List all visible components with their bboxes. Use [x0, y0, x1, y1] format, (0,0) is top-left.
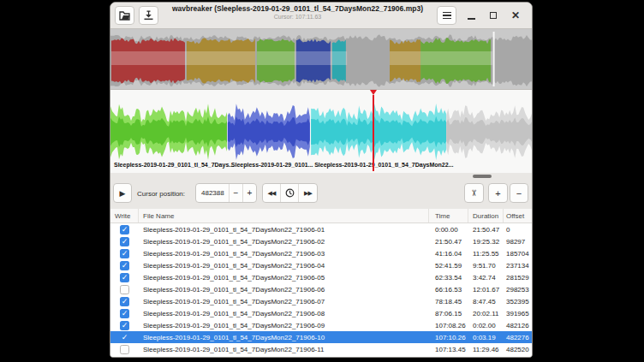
write-checkbox[interactable]: ✓ [120, 249, 129, 258]
cursor-position-value[interactable]: 482388 [196, 184, 229, 202]
minimize-icon [468, 18, 475, 20]
write-checkbox[interactable]: ✓ [120, 261, 129, 270]
check-icon: ✓ [122, 274, 128, 282]
screen-background: wavbreaker (Sleepless-2019-01-29_0101_tl… [0, 0, 644, 362]
check-icon: ✓ [122, 322, 128, 329]
track-label: Sleepless-2019-01-29_0101... [231, 162, 313, 168]
col-time[interactable]: Time [429, 209, 468, 223]
window-title: wavbreaker (Sleepless-2019-01-29_0101_tl… [162, 4, 433, 13]
close-icon: ✕ [511, 10, 520, 21]
table-row[interactable]: ✓Sleepless-2019-01-29_0101_tl_54_7DaysMo… [110, 319, 533, 331]
maximize-icon [490, 12, 497, 19]
hscrollbar[interactable] [110, 173, 533, 179]
seek-backward-button[interactable]: ◀◀ [263, 184, 281, 202]
jump-to-time-button[interactable] [281, 184, 299, 202]
table-row[interactable]: ✓Sleepless-2019-01-29_0101_tl_54_7DaysMo… [110, 235, 533, 247]
menu-button[interactable] [437, 6, 456, 25]
spin-increment-button[interactable]: + [242, 184, 256, 202]
time-cell: 62:33.54 [429, 274, 468, 282]
minus-icon: − [234, 188, 239, 198]
table-row[interactable]: ✓Sleepless-2019-01-29_0101_tl_54_7DaysMo… [110, 331, 533, 343]
table-row[interactable]: ✓Sleepless-2019-01-29_0101_tl_54_7DaysMo… [110, 259, 533, 271]
seek-button-group: ◀◀ ▶▶ [262, 183, 318, 203]
col-file-name[interactable]: File Name [139, 209, 429, 223]
table-row[interactable]: ✓Sleepless-2019-01-29_0101_tl_54_7DaysMo… [110, 295, 533, 307]
track-table: Write File Name Time Duration Offset ✓Sl… [110, 209, 533, 357]
close-button[interactable]: ✕ [506, 6, 525, 25]
duration-cell: 0:02.00 [468, 322, 504, 329]
col-duration[interactable]: Duration [468, 209, 504, 223]
track-labels: Sleepless-2019-01-29_0101_tl_54_7Days...… [110, 162, 533, 172]
check-icon: ✓ [122, 226, 128, 234]
offset-cell: 352395 [504, 298, 533, 306]
seek-forward-button[interactable]: ▶▶ [299, 184, 317, 202]
table-row[interactable]: ✓Sleepless-2019-01-29_0101_tl_54_7DaysMo… [110, 307, 533, 319]
write-checkbox[interactable] [120, 285, 129, 294]
overview-segment-highlight [420, 51, 492, 65]
remove-icon: − [516, 188, 522, 199]
time-cell: 0:00.00 [429, 226, 468, 234]
duration-cell: 8:47.45 [468, 298, 504, 306]
open-file-button[interactable] [115, 6, 134, 25]
table-body: ✓Sleepless-2019-01-29_0101_tl_54_7DaysMo… [110, 223, 533, 357]
window-cursor-status: Cursor: 107:11.63 [162, 14, 433, 20]
table-row[interactable]: ✓Sleepless-2019-01-29_0101_tl_54_7DaysMo… [110, 223, 533, 235]
seek-backward-icon: ◀◀ [268, 190, 276, 197]
check-icon: ✓ [122, 310, 128, 317]
duration-cell: 11:29.46 [468, 346, 504, 353]
cursor-position-spinbutton[interactable]: 482388 − + [195, 183, 257, 203]
waveform-detail[interactable]: Sleepless-2019-01-29_0101_tl_54_7Days...… [110, 89, 533, 173]
write-checkbox[interactable]: ✓ [120, 333, 129, 342]
file-name-cell: Sleepless-2019-01-29_0101_tl_54_7DaysMon… [139, 226, 429, 234]
offset-cell: 298253 [504, 286, 533, 294]
col-write[interactable]: Write [110, 209, 139, 223]
duration-cell: 12:01.67 [468, 286, 504, 294]
add-track-break-button[interactable]: + [488, 183, 508, 203]
check-icon: ✓ [122, 262, 128, 270]
hscrollbar-thumb[interactable] [473, 175, 492, 178]
toolbar: ▶ Cursor position: 482388 − + ◀◀ ▶▶ ✂ [110, 179, 533, 209]
write-cell: ✓ [110, 273, 139, 282]
app-window: wavbreaker (Sleepless-2019-01-29_0101_tl… [110, 2, 533, 358]
spin-decrement-button[interactable]: − [229, 184, 242, 202]
duration-cell: 20:02.11 [468, 310, 504, 317]
write-checkbox[interactable]: ✓ [120, 225, 129, 234]
time-cell: 66:16.53 [429, 286, 468, 294]
col-offset[interactable]: Offset [504, 209, 533, 223]
save-file-button[interactable] [139, 6, 158, 25]
hamburger-menu-icon [443, 12, 451, 20]
file-name-cell: Sleepless-2019-01-29_0101_tl_54_7DaysMon… [139, 298, 429, 306]
offset-cell: 281529 [504, 274, 533, 282]
play-button[interactable]: ▶ [113, 183, 132, 203]
write-checkbox[interactable]: ✓ [120, 273, 129, 282]
overview-segment-highlight [296, 51, 332, 65]
table-row[interactable]: ✓Sleepless-2019-01-29_0101_tl_54_7DaysMo… [110, 247, 533, 259]
offset-cell: 237134 [504, 262, 533, 270]
write-checkbox[interactable] [120, 345, 129, 354]
time-cell: 87:06.15 [429, 310, 468, 317]
plus-icon: + [247, 188, 253, 198]
save-file-icon [143, 10, 154, 21]
scissors-icon: ✂ [469, 189, 479, 196]
table-row[interactable]: ✓Sleepless-2019-01-29_0101_tl_54_7DaysMo… [110, 271, 533, 283]
maximize-button[interactable] [484, 6, 503, 25]
table-row[interactable]: Sleepless-2019-01-29_0101_tl_54_7DaysMon… [110, 343, 533, 355]
overview-segment-highlight [187, 51, 255, 65]
write-checkbox[interactable]: ✓ [120, 237, 129, 246]
minimize-button[interactable] [462, 6, 480, 25]
overview-segment-highlight [257, 51, 296, 65]
file-name-cell: Sleepless-2019-01-29_0101_tl_54_7DaysMon… [139, 262, 429, 270]
time-cell: 107:08.26 [429, 322, 468, 329]
offset-cell: 482520 [504, 346, 533, 353]
write-cell: ✓ [110, 249, 139, 258]
write-checkbox[interactable]: ✓ [120, 321, 129, 330]
overview-segment-highlight [111, 51, 187, 65]
remove-track-break-button[interactable]: − [510, 183, 528, 203]
file-name-cell: Sleepless-2019-01-29_0101_tl_54_7DaysMon… [139, 322, 429, 329]
write-checkbox[interactable]: ✓ [120, 309, 129, 318]
write-checkbox[interactable]: ✓ [120, 297, 129, 306]
cut-button[interactable]: ✂ [464, 183, 484, 203]
overview-cursor-line [493, 32, 495, 86]
waveform-overview[interactable] [110, 29, 533, 89]
table-row[interactable]: Sleepless-2019-01-29_0101_tl_54_7DaysMon… [110, 283, 533, 295]
